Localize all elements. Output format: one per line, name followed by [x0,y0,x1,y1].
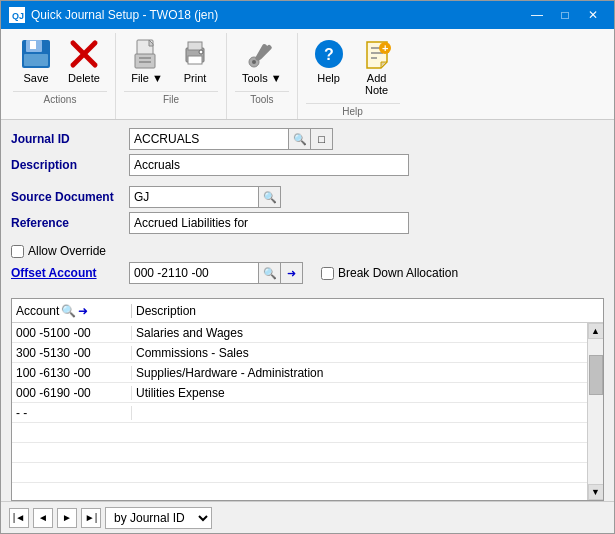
tools-button[interactable]: Tools ▼ [235,33,289,89]
nav-prev-button[interactable]: ◄ [33,508,53,528]
breakdown-checkbox[interactable] [321,267,334,280]
description-input[interactable] [129,154,409,176]
journal-id-input[interactable] [129,128,289,150]
table-row[interactable]: 300 -5130 -00Commissions - Sales [12,343,587,363]
offset-account-search-btn[interactable]: 🔍 [259,262,281,284]
ribbon-group-tools: Tools ▼ Tools [227,33,298,119]
account-column-header: Account 🔍 ➜ [12,304,132,318]
journal-id-search-btn[interactable]: 🔍 [289,128,311,150]
table-row[interactable]: 100 -6130 -00Supplies/Hardware - Adminis… [12,363,587,383]
help-icon: ? [313,38,345,70]
description-column-label: Description [136,304,196,318]
account-arrow-icon[interactable]: ➜ [78,304,88,318]
sort-select[interactable]: by Journal ID by Description [105,507,212,529]
account-search-icon[interactable]: 🔍 [61,304,76,318]
app-icon: QJ [9,7,25,23]
svg-point-19 [252,60,256,64]
nav-last-button[interactable]: ►| [81,508,101,528]
tools-group-label: Tools [235,91,289,107]
svg-rect-14 [188,42,202,50]
svg-rect-5 [24,54,48,66]
breakdown-area: Break Down Allocation [321,266,458,280]
svg-point-16 [199,50,203,54]
svg-rect-15 [188,56,202,64]
help-button[interactable]: ? Help [306,33,352,89]
offset-account-input-group: 🔍 ➜ [129,262,303,284]
ribbon-group-help: ? Help [298,33,408,119]
description-column-header: Description [132,304,587,318]
print-label: Print [184,72,207,84]
close-button[interactable]: ✕ [580,5,606,25]
ribbon-actions-buttons: Save Delete [13,33,107,89]
vertical-scrollbar[interactable]: ▲ ▼ [587,323,603,500]
cell-account: 300 -5130 -00 [12,346,132,360]
account-column-label: Account [16,304,59,318]
table-row[interactable] [12,423,587,443]
allow-override-row: Allow Override [11,244,604,258]
file-group-label: File [124,91,218,107]
table-row[interactable]: - - [12,403,587,423]
journal-id-browse-btn[interactable]: □ [311,128,333,150]
title-bar: QJ Quick Journal Setup - TWO18 (jen) — □… [1,1,614,29]
save-icon [20,38,52,70]
table-row[interactable] [12,463,587,483]
title-controls: — □ ✕ [524,5,606,25]
table-row[interactable] [12,443,587,463]
print-button[interactable]: Print [172,33,218,89]
save-label: Save [23,72,48,84]
cell-account: - - [12,406,132,420]
offset-account-arrow-btn[interactable]: ➜ [281,262,303,284]
file-button[interactable]: File ▼ [124,33,170,89]
cell-description: Salaries and Wages [132,326,587,340]
scroll-up-arrow[interactable]: ▲ [588,323,604,339]
offset-account-input[interactable] [129,262,259,284]
cell-account: 100 -6130 -00 [12,366,132,380]
table-row[interactable]: 000 -6190 -00Utilities Expense [12,383,587,403]
account-table: Account 🔍 ➜ Description 000 -5100 -00Sal… [11,298,604,501]
help-group-label: Help [306,103,400,119]
source-doc-row: Source Document 🔍 [11,186,604,208]
source-doc-search-btn[interactable]: 🔍 [259,186,281,208]
description-label: Description [11,158,121,172]
svg-marker-27 [381,62,387,68]
cell-account: 000 -5100 -00 [12,326,132,340]
maximize-button[interactable]: □ [552,5,578,25]
minimize-button[interactable]: — [524,5,550,25]
nav-next-button[interactable]: ► [57,508,77,528]
help-label: Help [317,72,340,84]
source-doc-label: Source Document [11,190,121,204]
table-row[interactable] [12,483,587,500]
ribbon-groups: Save Delete Actions [1,33,614,119]
bottom-nav: |◄ ◄ ► ►| by Journal ID by Description [1,501,614,533]
ribbon-group-actions: Save Delete Actions [5,33,116,119]
scroll-down-arrow[interactable]: ▼ [588,484,604,500]
ribbon-group-file: File ▼ Print F [116,33,227,119]
reference-input[interactable] [129,212,409,234]
delete-icon [68,38,100,70]
form-area: Journal ID 🔍 □ Description Source Docume… [1,120,614,298]
description-row: Description [11,154,604,176]
source-doc-input[interactable] [129,186,259,208]
add-note-button[interactable]: + AddNote [354,33,400,101]
delete-button[interactable]: Delete [61,33,107,89]
ribbon-help-buttons: ? Help [306,33,400,101]
nav-first-button[interactable]: |◄ [9,508,29,528]
table-body: 000 -5100 -00Salaries and Wages300 -5130… [12,323,587,500]
save-button[interactable]: Save [13,33,59,89]
ribbon: Save Delete Actions [1,29,614,120]
ribbon-tools-buttons: Tools ▼ [235,33,289,89]
table-row[interactable]: 000 -5100 -00Salaries and Wages [12,323,587,343]
actions-group-label: Actions [13,91,107,107]
delete-label: Delete [68,72,100,84]
svg-rect-4 [30,41,36,49]
offset-account-label[interactable]: Offset Account [11,266,121,280]
journal-id-label: Journal ID [11,132,121,146]
journal-id-row: Journal ID 🔍 □ [11,128,604,150]
allow-override-checkbox[interactable] [11,245,24,258]
cell-description: Supplies/Hardware - Administration [132,366,587,380]
scroll-thumb[interactable] [589,355,603,395]
ribbon-file-buttons: File ▼ Print [124,33,218,89]
add-note-label: AddNote [365,72,388,96]
tools-label: Tools ▼ [242,72,282,84]
svg-text:?: ? [324,46,334,63]
